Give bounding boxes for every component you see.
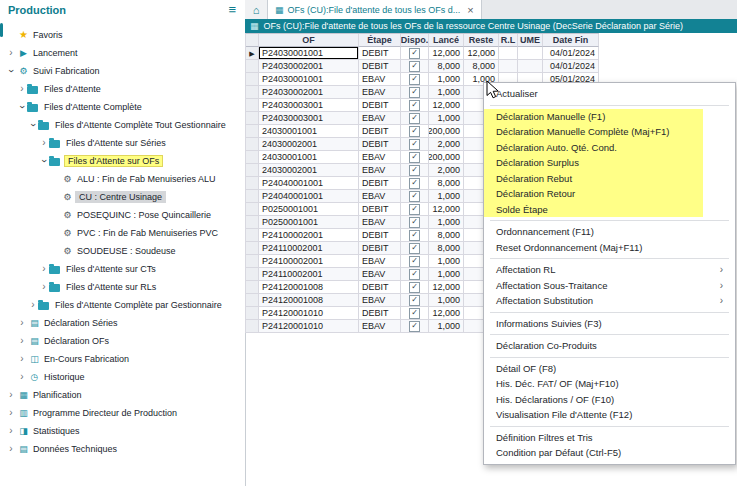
dispo-cell[interactable]: ✓ [401, 320, 429, 333]
etape-cell[interactable]: DEBIT [359, 281, 401, 294]
lance-cell[interactable]: 12,000 [429, 281, 464, 294]
dispo-cell[interactable]: ✓ [401, 281, 429, 294]
tree-item-suivi-fabrication[interactable]: ›⚙Suivi Fabrication [0, 62, 245, 80]
etape-cell[interactable]: DEBIT [359, 203, 401, 216]
lance-cell[interactable]: 1,000 [429, 112, 464, 125]
etape-cell[interactable]: EBAV [359, 86, 401, 99]
lance-cell[interactable]: 12,000 [429, 307, 464, 320]
of-cell[interactable]: P24040001001 [259, 190, 359, 203]
ume-cell[interactable] [518, 47, 543, 60]
column-header-lance[interactable]: Lancé [429, 34, 464, 47]
lance-cell[interactable]: 2,000 [429, 138, 464, 151]
row-header[interactable] [246, 216, 259, 229]
row-header[interactable] [246, 242, 259, 255]
tree-item-alu-fin-de-fab-menuiseries-alu[interactable]: ⚙ALU : Fin de Fab Menuiseries ALU [0, 170, 245, 188]
chevron-collapsed-icon[interactable]: › [17, 84, 27, 94]
tree-item-lancement[interactable]: ›▶Lancement [0, 44, 245, 62]
lance-cell[interactable]: 1,000 [429, 320, 464, 333]
chevron-expanded-icon[interactable]: › [17, 102, 27, 112]
dispo-cell[interactable]: ✓ [401, 112, 429, 125]
lance-cell[interactable]: 1,000 [429, 216, 464, 229]
menu-item-his-dec-fat-of-maj-f10[interactable]: His. Déc. FAT/ OF (Maj+F10) [484, 376, 735, 392]
reste-cell[interactable]: 8,000 [464, 60, 499, 73]
dispo-cell[interactable]: ✓ [401, 99, 429, 112]
lance-cell[interactable]: 1,000 [429, 86, 464, 99]
etape-cell[interactable]: DEBIT [359, 60, 401, 73]
lance-cell[interactable]: 1,000 [429, 294, 464, 307]
chevron-collapsed-icon[interactable]: › [17, 336, 27, 346]
etape-cell[interactable]: DEBIT [359, 99, 401, 112]
lance-cell[interactable]: 200,000 [429, 125, 464, 138]
row-header[interactable] [246, 99, 259, 112]
lance-cell[interactable]: 200,000 [429, 151, 464, 164]
chevron-collapsed-icon[interactable]: › [17, 318, 27, 328]
etape-cell[interactable]: DEBIT [359, 125, 401, 138]
lance-cell[interactable]: 2,000 [429, 164, 464, 177]
of-cell[interactable]: P0250001001 [259, 203, 359, 216]
etape-cell[interactable]: DEBIT [359, 138, 401, 151]
dispo-cell[interactable]: ✓ [401, 60, 429, 73]
column-header-etape[interactable]: Étape [359, 34, 401, 47]
tree-item-files-d-attente-sur-cts[interactable]: ›Files d'Attente sur CTs [0, 260, 245, 278]
tree-item-files-d-attente-sur-series[interactable]: ›Files d'Attente sur Séries [0, 134, 245, 152]
menu-item-declaration-manuelle-complete-maj-f1[interactable]: Déclaration Manuelle Complète (Maj+F1) [484, 124, 703, 140]
row-header[interactable] [246, 138, 259, 151]
row-header[interactable] [246, 268, 259, 281]
dispo-checkbox[interactable]: ✓ [409, 126, 420, 137]
of-cell[interactable]: P24110002001 [259, 268, 359, 281]
tree-item-soudeuse-soudeuse[interactable]: ⚙SOUDEUSE : Soudeuse [0, 242, 245, 260]
of-cell[interactable]: P24030003001 [259, 99, 359, 112]
menu-item-declaration-rebut[interactable]: Déclaration Rebut [484, 171, 703, 187]
column-header-of[interactable]: OF [259, 34, 359, 47]
column-header-selector[interactable] [246, 34, 259, 47]
row-header[interactable] [246, 281, 259, 294]
dispo-cell[interactable]: ✓ [401, 229, 429, 242]
tree-item-files-d-attente-sur-rls[interactable]: ›Files d'Attente sur RLs [0, 278, 245, 296]
dispo-checkbox[interactable]: ✓ [409, 295, 420, 306]
row-header[interactable] [246, 229, 259, 242]
dispo-checkbox[interactable]: ✓ [409, 243, 420, 254]
tree-item-declaration-ofs[interactable]: ›▤Déclaration OFs [0, 332, 245, 350]
tree-item-en-cours-fabrication[interactable]: ›◫En-Cours Fabrication [0, 350, 245, 368]
of-cell[interactable]: P24040001001 [259, 177, 359, 190]
rl-cell[interactable] [499, 60, 518, 73]
row-header[interactable] [246, 125, 259, 138]
dispo-cell[interactable]: ✓ [401, 177, 429, 190]
etape-cell[interactable]: EBAV [359, 190, 401, 203]
menu-item-declaration-manuelle-f1[interactable]: Déclaration Manuelle (F1) [484, 109, 703, 125]
dispo-checkbox[interactable]: ✓ [409, 165, 420, 176]
lance-cell[interactable]: 1,000 [429, 255, 464, 268]
dispo-cell[interactable]: ✓ [401, 255, 429, 268]
of-cell[interactable]: P24030002001 [259, 86, 359, 99]
of-cell[interactable]: 24030001001 [259, 125, 359, 138]
row-header[interactable] [246, 255, 259, 268]
etape-cell[interactable]: EBAV [359, 151, 401, 164]
of-cell[interactable]: P24120001008 [259, 281, 359, 294]
etape-cell[interactable]: EBAV [359, 255, 401, 268]
dispo-cell[interactable]: ✓ [401, 203, 429, 216]
row-header[interactable] [246, 86, 259, 99]
row-header[interactable] [246, 60, 259, 73]
etape-cell[interactable]: EBAV [359, 216, 401, 229]
dispo-checkbox[interactable]: ✓ [409, 178, 420, 189]
chevron-collapsed-icon[interactable]: › [6, 390, 16, 400]
chevron-expanded-icon[interactable]: › [28, 120, 38, 130]
chevron-collapsed-icon[interactable]: › [17, 372, 27, 382]
row-header[interactable] [246, 203, 259, 216]
tree-item-planification[interactable]: ›▦Planification [0, 386, 245, 404]
tab-home[interactable]: ⌂ [245, 0, 268, 19]
of-cell[interactable]: P24120001010 [259, 307, 359, 320]
tree-item-historique[interactable]: ›◷Historique [0, 368, 245, 386]
dispo-cell[interactable]: ✓ [401, 216, 429, 229]
dispo-checkbox[interactable]: ✓ [409, 204, 420, 215]
row-header[interactable] [246, 294, 259, 307]
etape-cell[interactable]: EBAV [359, 320, 401, 333]
tree-item-cu-centre-usinage[interactable]: ⚙CU : Centre Usinage [0, 188, 245, 206]
row-header[interactable]: ▶ [246, 47, 259, 60]
row-header[interactable] [246, 320, 259, 333]
etape-cell[interactable]: DEBIT [359, 47, 401, 60]
dispo-cell[interactable]: ✓ [401, 151, 429, 164]
menu-item-reset-ordonnancement-maj-f11[interactable]: Reset Ordonnancement (Maj+F11) [484, 240, 735, 256]
dispo-checkbox[interactable]: ✓ [409, 139, 420, 150]
row-header[interactable] [246, 307, 259, 320]
